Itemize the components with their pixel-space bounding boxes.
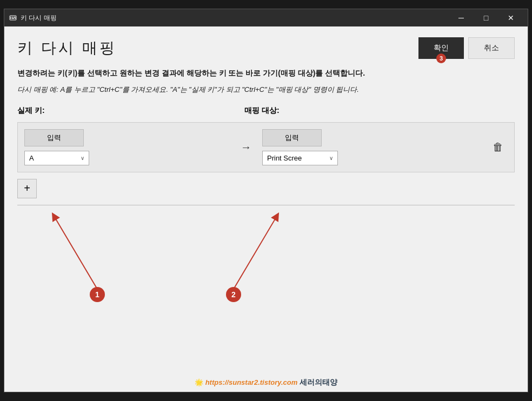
header-row: 키 다시 매핑 확인 3 취소	[17, 37, 515, 59]
actual-key-section: 입력 A ∨	[24, 129, 230, 165]
actual-key-input-button[interactable]: 입력	[24, 129, 84, 146]
svg-rect-5	[12, 18, 14, 19]
mapping-key-input-button[interactable]: 입력	[262, 129, 322, 146]
mapping-key-value: Print Scree	[267, 154, 302, 162]
add-mapping-button[interactable]: +	[17, 179, 37, 198]
description-italic: 다시 매핑 예: A를 누르고 "Ctrl+C"를 가져오세요. "A"는 "실…	[17, 84, 515, 95]
svg-rect-4	[10, 18, 11, 19]
close-button[interactable]: ✕	[498, 9, 523, 26]
label-actual-key: 실제 키:	[17, 106, 244, 116]
svg-rect-0	[10, 16, 16, 20]
title-bar-text: 키 다시 매핑	[21, 14, 449, 23]
annotation-svg: 1 2	[17, 205, 515, 313]
actual-key-value: A	[29, 154, 34, 162]
confirm-button[interactable]: 확인 3	[418, 37, 464, 59]
content-area: 키 다시 매핑 확인 3 취소 변경하려는 키(키)를 선택하고 원하는 변경 …	[4, 26, 528, 373]
confirm-badge: 3	[436, 54, 446, 63]
mapping-area: 입력 A ∨ → 입력 Print Scree	[17, 122, 515, 172]
mapping-key-dropdown[interactable]: Print Scree ∨	[262, 151, 338, 165]
svg-line-10	[54, 216, 97, 289]
title-bar: 키 다시 매핑 ─ □ ✕	[4, 9, 528, 26]
footer-url: https://sunstar2.tistory.com	[205, 378, 298, 386]
footer-icon: 🌟	[195, 378, 205, 386]
maximize-button[interactable]: □	[474, 9, 498, 26]
trash-icon: 🗑	[493, 141, 503, 153]
footer: 🌟 https://sunstar2.tistory.com 세러의태양	[4, 373, 528, 392]
svg-rect-3	[14, 17, 15, 18]
svg-point-12	[90, 287, 105, 302]
window-body: 키 다시 매핑 확인 3 취소 변경하려는 키(키)를 선택하고 원하는 변경 …	[4, 26, 528, 392]
mapping-row: 입력 A ∨ → 입력 Print Scree	[24, 129, 508, 165]
actual-key-chevron-icon: ∨	[81, 155, 84, 161]
svg-rect-6	[15, 18, 16, 19]
header-buttons: 확인 3 취소	[418, 37, 515, 59]
svg-text:1: 1	[95, 290, 99, 299]
mapping-key-section: 입력 Print Scree ∨	[262, 129, 488, 165]
window-controls: ─ □ ✕	[449, 9, 523, 26]
cancel-button[interactable]: 취소	[468, 37, 515, 59]
page-title: 키 다시 매핑	[17, 38, 117, 58]
label-mapping-target: 매핑 대상:	[244, 106, 280, 116]
svg-rect-2	[12, 17, 13, 18]
column-labels: 실제 키: 매핑 대상:	[17, 106, 515, 116]
mapping-arrow: →	[230, 141, 262, 153]
svg-text:2: 2	[231, 290, 236, 299]
app-icon	[9, 14, 17, 22]
svg-rect-1	[10, 17, 11, 18]
footer-suffix: 세러의태양	[300, 378, 337, 386]
description-main: 변경하려는 키(키)를 선택하고 원하는 변경 결과에 해당하는 키 또는 바로…	[17, 68, 515, 79]
mapping-key-chevron-icon: ∨	[329, 155, 333, 161]
svg-rect-7	[15, 17, 16, 18]
svg-line-11	[234, 216, 277, 289]
minimize-button[interactable]: ─	[449, 9, 474, 26]
delete-row-button[interactable]: 🗑	[488, 139, 508, 156]
svg-point-14	[226, 287, 241, 302]
annotations-area: 1 2	[17, 205, 515, 313]
actual-key-dropdown[interactable]: A ∨	[24, 151, 89, 165]
main-window: 키 다시 매핑 ─ □ ✕ 키 다시 매핑 확인 3 취소 변경하려는 키(키	[4, 9, 528, 392]
